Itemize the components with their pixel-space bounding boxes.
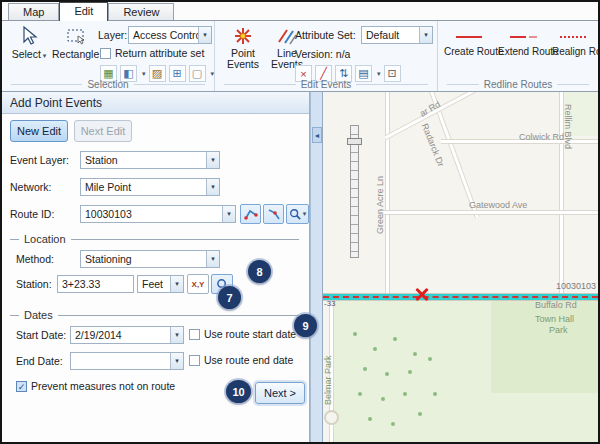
select-route-on-map-button[interactable]: [240, 204, 261, 224]
collapse-panel-button[interactable]: ◄: [312, 127, 322, 143]
zoom-slider-handle[interactable]: [347, 138, 362, 145]
tree-symbol: [433, 392, 437, 396]
return-attribute-set-checkbox[interactable]: [100, 48, 111, 59]
next-button[interactable]: Next >: [255, 382, 305, 404]
attribute-set-label: Attribute Set:: [295, 29, 356, 41]
end-date-input[interactable]: ▾: [70, 352, 184, 370]
callout-7: 7: [218, 286, 241, 309]
event-layer-label: Event Layer:: [10, 154, 69, 166]
tree-symbol: [403, 392, 407, 396]
dates-group-separator: Dates: [10, 309, 299, 321]
tree-symbol: [381, 397, 385, 401]
tree-symbol: [428, 357, 432, 361]
create-route-button[interactable]: Create Route: [444, 29, 494, 57]
start-date-value: 2/19/2014: [71, 329, 170, 341]
point-events-button[interactable]: PointEvents: [223, 24, 263, 70]
use-route-end-checkbox[interactable]: [189, 355, 200, 366]
tree-symbol: [413, 352, 417, 356]
redline-route-overlay: [323, 296, 598, 298]
start-date-input[interactable]: 2/19/2014 ▾: [70, 326, 184, 344]
realign-route-button[interactable]: Realign Route: [552, 29, 594, 57]
xy-icon: X,Y: [192, 280, 205, 289]
chevron-down-icon: ▾: [206, 179, 219, 195]
event-layer-value: Station: [81, 154, 206, 166]
network-dropdown[interactable]: Mile Point ▾: [80, 178, 220, 196]
dates-group-label: Dates: [24, 309, 53, 321]
rectangle-tool-button[interactable]: Rectangle▾: [52, 24, 100, 60]
layer-dropdown[interactable]: Access Control ▾: [128, 26, 212, 44]
tree-symbol: [393, 337, 397, 341]
edit-events-group-label: Edit Events: [219, 79, 433, 90]
ribbon-group-edit-events: PointEvents LineEvents Attribute Set: De…: [215, 21, 438, 91]
next-edit-button[interactable]: Next Edit: [74, 120, 132, 142]
extend-route-button[interactable]: Extend Route: [498, 29, 548, 57]
layer-dropdown-value: Access Control: [129, 29, 198, 41]
attribute-set-value: Default: [362, 29, 419, 41]
park-label-town-hall-2: Park: [549, 325, 568, 335]
chevron-down-icon: ▾: [211, 70, 215, 78]
route-measure-label: -33: [324, 299, 336, 308]
prevent-measures-checkbox[interactable]: ✓: [16, 381, 27, 392]
use-route-end-row[interactable]: Use route end date: [189, 354, 293, 366]
tree-symbol: [363, 367, 367, 371]
use-route-start-checkbox[interactable]: [189, 329, 200, 340]
route-id-combo[interactable]: 10030103 ▾: [80, 205, 236, 223]
attribute-set-dropdown[interactable]: Default ▾: [361, 26, 433, 44]
tree-symbol: [418, 412, 422, 416]
pick-route-button[interactable]: [263, 204, 284, 224]
select-label: Select: [12, 48, 41, 60]
use-route-start-row[interactable]: Use route start date: [189, 328, 296, 340]
search-icon: [289, 208, 301, 220]
chevron-down-icon: ▾: [222, 206, 235, 222]
create-route-label: Create Route: [444, 46, 503, 57]
street-label-rellim: Rellim Blvd: [563, 104, 573, 149]
method-value: Stationing: [81, 253, 206, 265]
select-tool-button[interactable]: Select▾: [8, 24, 50, 60]
point-events-icon: [223, 24, 263, 48]
units-dropdown[interactable]: Feet ▾: [137, 275, 184, 293]
map-canvas[interactable]: ar Rd Colwick Rd Rellim Blvd Radarck Dr …: [323, 92, 598, 442]
app-window: Map Edit Review Select▾ Rectangle▾ Layer…: [0, 0, 600, 444]
route-id-label: Route ID:: [10, 208, 54, 220]
tab-edit[interactable]: Edit: [59, 2, 108, 21]
callout-8: 8: [248, 260, 271, 283]
calendar-dropdown-icon: ▾: [170, 327, 183, 343]
chevron-down-icon: ▾: [206, 251, 219, 267]
network-value: Mile Point: [81, 181, 206, 193]
park-label-town-hall: Town Hall: [535, 314, 574, 324]
create-route-icon: [444, 29, 494, 45]
use-route-start-label: Use route start date: [204, 328, 296, 340]
prevent-measures-row[interactable]: ✓ Prevent measures not on route: [16, 380, 175, 392]
tree-symbol: [373, 347, 377, 351]
chevron-down-icon: ▾: [419, 27, 432, 43]
extend-route-icon: [498, 29, 548, 45]
tree-symbol: [385, 372, 389, 376]
callout-10: 10: [226, 380, 251, 403]
new-edit-button[interactable]: New Edit: [10, 120, 68, 142]
event-layer-dropdown[interactable]: Station ▾: [80, 151, 220, 169]
collapse-arrow-icon: ◄: [314, 132, 321, 139]
street-label-belmar: Belmar Park: [323, 327, 333, 405]
route-search-button[interactable]: ▾: [286, 204, 309, 224]
tab-review[interactable]: Review: [108, 3, 174, 20]
chevron-down-icon: ▾: [377, 70, 381, 78]
units-value: Feet: [138, 278, 170, 290]
chevron-down-icon: ▾: [198, 27, 211, 43]
location-group-separator: Location: [10, 233, 299, 245]
panel-splitter[interactable]: ◄: [310, 92, 323, 442]
version-label: Version: n/a: [295, 48, 350, 60]
select-cursor-icon: [8, 24, 50, 48]
xy-coordinates-button[interactable]: X,Y: [187, 274, 209, 294]
ribbon-group-selection: Select▾ Rectangle▾ Layer: Access Control…: [2, 21, 215, 91]
station-input[interactable]: 3+23.33: [57, 275, 134, 293]
chevron-down-icon: ▾: [142, 70, 146, 78]
method-dropdown[interactable]: Stationing ▾: [80, 250, 220, 268]
ribbon-tabbar: Map Edit Review: [2, 2, 598, 21]
road-green-acre-ln: [385, 92, 390, 297]
return-attribute-set-checkbox-row[interactable]: Return attribute set: [100, 47, 204, 59]
rectangle-label: Rectangle: [52, 48, 99, 60]
tab-map[interactable]: Map: [8, 3, 59, 20]
cul-de-sac-circle: [324, 410, 339, 425]
street-label-buffalo: Buffalo Rd: [535, 300, 577, 310]
street-label-green-acre: Green Acre Ln: [375, 164, 385, 234]
